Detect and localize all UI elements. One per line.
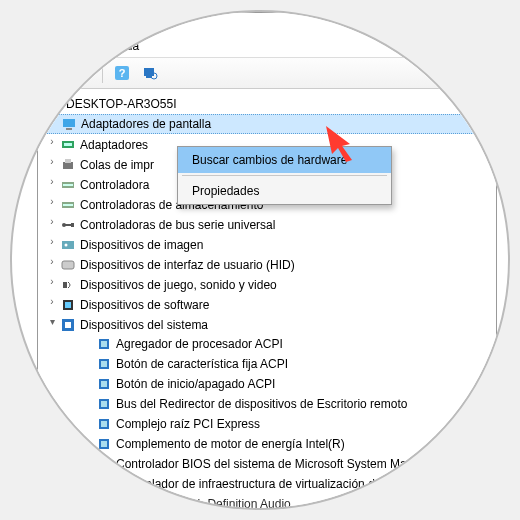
svg-rect-8: [46, 99, 58, 107]
tree-node-label: Colas de impr: [80, 158, 154, 172]
tree-node[interactable]: Dispositivos de juego, sonido y video: [42, 276, 494, 294]
root-label: DESKTOP-AR3O55I: [64, 97, 176, 111]
svg-rect-33: [101, 361, 107, 367]
svg-rect-45: [101, 481, 107, 487]
context-menu-separator: [182, 175, 387, 176]
svg-rect-17: [63, 184, 73, 186]
svg-rect-42: [99, 459, 109, 469]
chevron-right-icon[interactable]: ›: [46, 276, 58, 287]
window-titlebar: ispositivos: [38, 13, 496, 37]
tree-node-label: Agregador de procesador ACPI: [116, 337, 283, 351]
tree-root[interactable]: DESKTOP-AR3O55I: [42, 95, 494, 113]
svg-rect-39: [101, 421, 107, 427]
tree-node[interactable]: Dispositivos del sistema: [42, 316, 494, 334]
help-icon[interactable]: ?: [111, 62, 133, 84]
svg-rect-11: [66, 128, 72, 130]
chip-icon: [96, 496, 112, 510]
tree-node-label: Dispositivos de imagen: [80, 238, 203, 252]
tree-node[interactable]: Dispositivos de imagen: [42, 236, 494, 254]
svg-rect-0: [49, 68, 61, 78]
tree-node[interactable]: Adaptadores de pantalla: [42, 114, 494, 134]
tree-node-label: Botón de característica fija ACPI: [116, 357, 288, 371]
tree-node-label: Controladoras de bus serie universal: [80, 218, 275, 232]
tree-node[interactable]: ...ladora de High Definition Audio: [42, 495, 494, 510]
tree-node-label: ...ladora de High Definition Audio: [116, 497, 291, 510]
tree-node[interactable]: Complemento de motor de energía Intel(R): [42, 435, 494, 453]
svg-rect-27: [65, 302, 71, 308]
tree-node-label: Controlador de infraestructura de virtua…: [116, 477, 456, 491]
tree-node-label: Controladora: [80, 178, 149, 192]
device-manager-window: ispositivos ón Ver Ayuda ?: [37, 12, 497, 510]
chevron-down-icon[interactable]: ▾: [46, 316, 58, 327]
svg-rect-29: [65, 322, 71, 328]
display-icon: [61, 116, 77, 132]
toolbar-separator: [102, 63, 103, 83]
menu-item-view[interactable]: Ver: [73, 39, 91, 53]
tree-node[interactable]: Bus del Redirector de dispositivos de Es…: [42, 395, 494, 413]
window-title-fragment: ispositivos: [46, 17, 97, 29]
tree-node-label: Adaptadores: [80, 138, 148, 152]
computer-icon: [44, 96, 60, 112]
chevron-right-icon[interactable]: ›: [46, 156, 58, 167]
chevron-right-icon[interactable]: ›: [46, 296, 58, 307]
image-icon: [60, 237, 76, 253]
svg-rect-21: [71, 223, 74, 227]
tree-node-label: Bus del Redirector de dispositivos de Es…: [116, 397, 407, 411]
menu-item-help[interactable]: Ayuda: [105, 39, 139, 53]
svg-rect-25: [63, 282, 67, 288]
svg-point-23: [65, 244, 68, 247]
svg-rect-47: [101, 501, 107, 507]
tree-node-label: Dispositivos de interfaz de usuario (HID…: [80, 258, 295, 272]
chevron-right-icon[interactable]: ›: [46, 176, 58, 187]
chevron-right-icon[interactable]: ›: [46, 216, 58, 227]
printer-icon: [60, 157, 76, 173]
software-icon: [60, 297, 76, 313]
usb-icon: [60, 217, 76, 233]
svg-rect-15: [65, 159, 71, 163]
tree-node[interactable]: Dispositivos de software: [42, 296, 494, 314]
menu-item-action-partial[interactable]: ón: [46, 39, 59, 53]
tree-node[interactable]: Botón de inicio/apagado ACPI: [42, 375, 494, 393]
scan-hardware-icon[interactable]: [139, 62, 161, 84]
chevron-right-icon[interactable]: ›: [46, 136, 58, 147]
chip-icon: [96, 476, 112, 492]
chip-icon: [96, 376, 112, 392]
context-menu-properties[interactable]: Propiedades: [178, 178, 391, 204]
tree-node-label: Adaptadores de pantalla: [81, 117, 211, 131]
chevron-right-icon[interactable]: ›: [46, 256, 58, 267]
storage-icon: [60, 197, 76, 213]
svg-rect-19: [63, 204, 73, 206]
tree-node-label: Dispositivos del sistema: [80, 318, 208, 332]
annotation-arrow-icon: [324, 124, 374, 167]
chip-icon: [96, 436, 112, 452]
toolbar-button[interactable]: [72, 62, 94, 84]
tree-node[interactable]: Controlador de infraestructura de virtua…: [42, 475, 494, 493]
tree-node[interactable]: Controlador BIOS del sistema de Microsof…: [42, 455, 494, 473]
tree-node[interactable]: Dispositivos de interfaz de usuario (HID…: [42, 256, 494, 274]
chevron-right-icon[interactable]: ›: [46, 236, 58, 247]
tree-node[interactable]: Controladoras de bus serie universal: [42, 216, 494, 234]
network-icon: [60, 137, 76, 153]
tree-node[interactable]: Complejo raíz PCI Express: [42, 415, 494, 433]
chevron-right-icon[interactable]: ›: [46, 196, 58, 207]
toolbar-button[interactable]: [44, 62, 66, 84]
chip-icon: [96, 356, 112, 372]
tree-node-label: Complemento de motor de energía Intel(R): [116, 437, 345, 451]
svg-rect-43: [101, 461, 107, 467]
tree-node[interactable]: Agregador de procesador ACPI: [42, 335, 494, 353]
chip-icon: [96, 456, 112, 472]
tree-node-label: Dispositivos de juego, sonido y video: [80, 278, 277, 292]
tree-node-label: Dispositivos de software: [80, 298, 209, 312]
svg-rect-22: [62, 241, 74, 249]
svg-rect-1: [51, 70, 59, 73]
tree-node-label: Complejo raíz PCI Express: [116, 417, 260, 431]
storage-icon: [60, 177, 76, 193]
toolbar: ?: [38, 57, 496, 89]
svg-rect-2: [77, 68, 89, 78]
svg-text:?: ?: [119, 67, 126, 79]
chevron-right-icon[interactable]: ›: [46, 114, 58, 125]
tree-node[interactable]: Botón de característica fija ACPI: [42, 355, 494, 373]
svg-rect-31: [101, 341, 107, 347]
svg-rect-9: [48, 108, 56, 110]
svg-rect-44: [99, 479, 109, 489]
